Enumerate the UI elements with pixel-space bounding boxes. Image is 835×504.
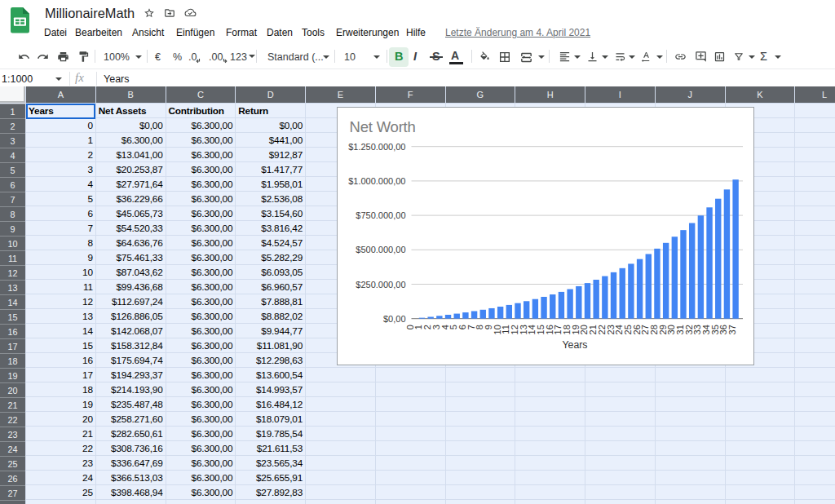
- svg-text:$1.250.000,00: $1.250.000,00: [348, 142, 405, 152]
- svg-text:Net Worth: Net Worth: [350, 118, 416, 135]
- svg-text:$1.000.000,00: $1.000.000,00: [348, 176, 405, 186]
- svg-text:$500.000,00: $500.000,00: [356, 245, 405, 254]
- svg-text:$0,00: $0,00: [383, 314, 406, 324]
- svg-text:Years: Years: [563, 339, 588, 351]
- svg-text:37: 37: [727, 325, 737, 334]
- svg-text:$750.000,00: $750.000,00: [356, 210, 405, 220]
- svg-text:$250.000,00: $250.000,00: [356, 280, 405, 290]
